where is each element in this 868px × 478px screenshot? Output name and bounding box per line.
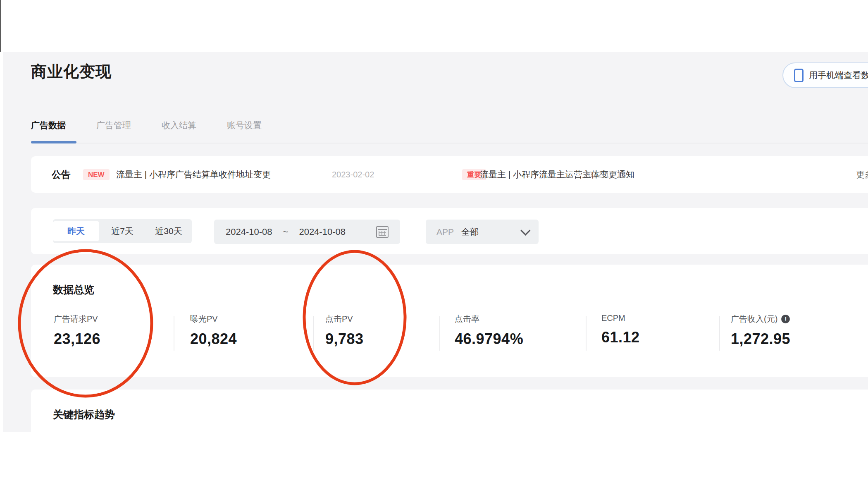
announcement-date-2: 2022-12-13 bbox=[584, 156, 626, 193]
date-range-separator: ~ bbox=[283, 227, 289, 237]
app-select-dropdown[interactable]: APP 全部 bbox=[426, 220, 539, 244]
active-tab-underline bbox=[31, 141, 76, 143]
metric-ecpm: ECPM 61.12 bbox=[601, 313, 640, 346]
metric-divider bbox=[174, 316, 174, 351]
announcement-title: 公告 bbox=[52, 156, 71, 193]
tab-ad-data[interactable]: 广告数据 bbox=[31, 120, 66, 131]
phone-icon bbox=[794, 69, 804, 82]
tab-ad-management[interactable]: 广告管理 bbox=[96, 120, 131, 131]
filter-bar: 昨天 近7天 近30天 2024-10-08 ~ 2024-10-08 APP … bbox=[31, 208, 868, 254]
metric-divider bbox=[439, 316, 440, 351]
more-link[interactable]: 更多 bbox=[856, 156, 868, 193]
range-yesterday-button[interactable]: 昨天 bbox=[53, 221, 99, 241]
date-start-value[interactable]: 2024-10-08 bbox=[226, 227, 272, 237]
key-metrics-trend-card: 关键指标趋势 bbox=[31, 390, 868, 478]
app-select-value: 全部 bbox=[461, 226, 479, 238]
date-range-picker[interactable]: 2024-10-08 ~ 2024-10-08 bbox=[214, 220, 400, 244]
info-icon[interactable]: ! bbox=[781, 315, 790, 323]
metric-divider bbox=[313, 316, 314, 351]
tab-bar: 广告数据 广告管理 收入结算 账号设置 bbox=[31, 120, 262, 131]
announcement-bar: 公告 NEW 流量主 | 小程序广告结算单收件地址变更 2023-02-02 重… bbox=[31, 156, 868, 193]
date-end-value[interactable]: 2024-10-08 bbox=[299, 227, 346, 237]
tab-account-settings[interactable]: 账号设置 bbox=[227, 120, 262, 131]
page-title: 商业化变现 bbox=[31, 61, 112, 82]
range-last7days-button[interactable]: 近7天 bbox=[99, 219, 145, 243]
trend-section-title: 关键指标趋势 bbox=[53, 408, 115, 421]
badge-new: NEW bbox=[83, 156, 110, 193]
range-last30days-button[interactable]: 近30天 bbox=[145, 219, 192, 243]
metric-impression-pv: 曝光PV 20,824 bbox=[190, 313, 237, 348]
view-on-mobile-button[interactable]: 用手机端查看数据 bbox=[782, 62, 868, 88]
calendar-icon[interactable] bbox=[376, 226, 389, 238]
monetization-dashboard: 商业化变现 用手机端查看数据 广告数据 广告管理 收入结算 账号设置 公告 NE… bbox=[0, 0, 868, 478]
window-edge-artifact bbox=[0, 0, 1, 52]
data-overview-card: 数据总览 广告请求PV 23,126 曝光PV 20,824 点击PV 9,78… bbox=[31, 265, 868, 377]
announcement-link-1[interactable]: 流量主 | 小程序广告结算单收件地址变更 bbox=[116, 156, 271, 193]
metric-divider bbox=[719, 316, 720, 351]
metric-ad-request-pv: 广告请求PV 23,126 bbox=[54, 313, 100, 348]
app-select-label: APP bbox=[436, 227, 454, 237]
chevron-down-icon bbox=[520, 226, 530, 236]
metric-ad-revenue: 广告收入(元) ! 1,272.95 bbox=[731, 313, 790, 348]
date-range-segmented-control: 昨天 近7天 近30天 bbox=[53, 219, 192, 243]
tab-income-settlement[interactable]: 收入结算 bbox=[162, 120, 196, 131]
view-on-mobile-label: 用手机端查看数据 bbox=[809, 69, 868, 81]
metric-click-pv: 点击PV 9,783 bbox=[325, 313, 364, 348]
overview-section-title: 数据总览 bbox=[53, 283, 94, 296]
metric-click-rate: 点击率 46.9794% bbox=[455, 313, 523, 348]
announcement-date-1: 2023-02-02 bbox=[332, 156, 374, 193]
metric-divider bbox=[586, 316, 587, 351]
tab-bar-divider bbox=[31, 143, 868, 143]
